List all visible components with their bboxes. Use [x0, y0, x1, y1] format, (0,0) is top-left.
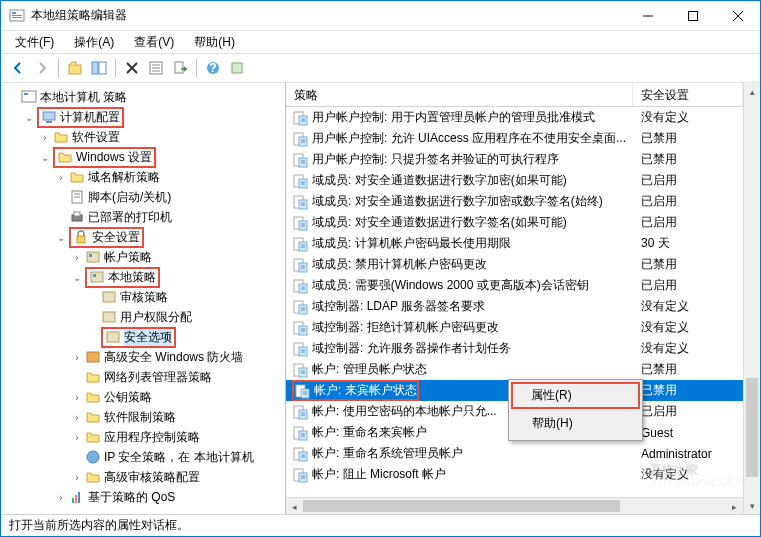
svg-rect-2 [12, 15, 22, 16]
ctx-help[interactable]: 帮助(H) [511, 409, 640, 438]
tree-network-list[interactable]: 网络列表管理器策略 [1, 367, 285, 387]
expand-icon[interactable]: › [69, 349, 85, 365]
list-row[interactable]: 域成员: 需要强(Windows 2000 或更高版本)会话密钥已启用 [286, 275, 743, 296]
list-row[interactable]: 用户帐户控制: 用于内置管理员帐户的管理员批准模式没有定义 [286, 107, 743, 128]
policy-name: 帐户: 来宾帐户状态 [314, 382, 417, 399]
list-row[interactable]: 帐户: 重命名系统管理员帐户Administrator [286, 443, 743, 464]
tree-ip-security[interactable]: IP 安全策略，在 本地计算机 [1, 447, 285, 467]
tree-security-settings[interactable]: ⌄ 安全设置 [1, 227, 285, 247]
policy-name: 域成员: 对安全通道数据进行数字加密或数字签名(始终) [312, 193, 603, 210]
help-button[interactable]: ? [202, 57, 224, 79]
scroll-up-button[interactable]: ▴ [744, 83, 760, 100]
policy-item-icon [294, 383, 310, 399]
tree-security-options[interactable]: 安全选项 [1, 327, 285, 347]
export-button[interactable] [169, 57, 191, 79]
svg-rect-41 [75, 495, 77, 503]
policy-setting: 已启用 [633, 193, 743, 210]
context-menu: 属性(R) 帮助(H) [508, 379, 643, 441]
scroll-down-button[interactable]: ▾ [744, 497, 760, 514]
svg-rect-36 [103, 312, 115, 322]
delete-button[interactable] [121, 57, 143, 79]
tree-local-policies[interactable]: ⌄ 本地策略 [1, 267, 285, 287]
expand-icon[interactable]: ⌄ [69, 269, 85, 285]
tree-root[interactable]: 本地计算机 策略 [1, 87, 285, 107]
policy-item-icon [292, 425, 308, 441]
tree-user-rights[interactable]: 用户权限分配 [1, 307, 285, 327]
tree-computer-config[interactable]: ⌄ 计算机配置 [1, 107, 285, 127]
tree-pane[interactable]: 本地计算机 策略 ⌄ 计算机配置 › 软件设置 ⌄ Windows 设置 › 域… [1, 83, 286, 514]
policy-name: 域控制器: 允许服务器操作者计划任务 [312, 340, 511, 357]
scrollbar-horizontal[interactable]: ◂ ▸ [286, 497, 743, 514]
tree-software-settings[interactable]: › 软件设置 [1, 127, 285, 147]
list-row[interactable]: 用户帐户控制: 只提升签名并验证的可执行程序已禁用 [286, 149, 743, 170]
expand-icon[interactable]: › [69, 409, 85, 425]
tree-deployed-printers[interactable]: 已部署的打印机 [1, 207, 285, 227]
folder-icon [85, 409, 101, 425]
menu-view[interactable]: 查看(V) [126, 32, 182, 53]
close-button[interactable] [715, 1, 760, 31]
col-setting[interactable]: 安全设置 [633, 83, 743, 106]
expand-icon[interactable]: › [69, 429, 85, 445]
tree-software-restriction[interactable]: › 软件限制策略 [1, 407, 285, 427]
tree-audit-policy[interactable]: 审核策略 [1, 287, 285, 307]
svg-rect-29 [74, 212, 80, 216]
filter-button[interactable] [226, 57, 248, 79]
expand-icon[interactable]: › [69, 389, 85, 405]
minimize-button[interactable] [625, 1, 670, 31]
svg-rect-8 [69, 65, 81, 74]
list-row[interactable]: 域控制器: 允许服务器操作者计划任务没有定义 [286, 338, 743, 359]
tree-dns-policy[interactable]: › 域名解析策略 [1, 167, 285, 187]
scroll-left-button[interactable]: ◂ [286, 498, 303, 514]
expand-icon[interactable]: › [37, 129, 53, 145]
ip-icon [85, 449, 101, 465]
tree-app-control[interactable]: › 应用程序控制策略 [1, 427, 285, 447]
list-row[interactable]: 域成员: 对安全通道数据进行数字签名(如果可能)已启用 [286, 212, 743, 233]
app-icon [9, 8, 25, 24]
svg-rect-32 [89, 254, 92, 257]
back-button[interactable] [7, 57, 29, 79]
properties-button[interactable] [145, 57, 167, 79]
show-hide-button[interactable] [88, 57, 110, 79]
tree-scripts[interactable]: 脚本(启动/关机) [1, 187, 285, 207]
svg-rect-42 [78, 492, 80, 503]
col-policy[interactable]: 策略 [286, 83, 633, 106]
list-row[interactable]: 域成员: 禁用计算机帐户密码更改已禁用 [286, 254, 743, 275]
list-row[interactable]: 域成员: 对安全通道数据进行数字加密或数字签名(始终)已启用 [286, 191, 743, 212]
tree-qos[interactable]: › 基于策略的 QoS [1, 487, 285, 507]
menu-action[interactable]: 操作(A) [66, 32, 122, 53]
list-row[interactable]: 帐户: 阻止 Microsoft 帐户没有定义 [286, 464, 743, 485]
list-row[interactable]: 域成员: 计算机帐户密码最长使用期限30 天 [286, 233, 743, 254]
policy-item-icon [292, 446, 308, 462]
svg-text:?: ? [209, 61, 216, 75]
expand-icon[interactable]: ⌄ [21, 109, 37, 125]
expand-icon[interactable]: › [53, 169, 69, 185]
list-row[interactable]: 域控制器: 拒绝计算机帐户密码更改没有定义 [286, 317, 743, 338]
expand-icon[interactable]: › [69, 469, 85, 485]
forward-button[interactable] [31, 57, 53, 79]
tree-account-policies[interactable]: › 帐户策略 [1, 247, 285, 267]
folder-icon [85, 429, 101, 445]
folder-icon [53, 129, 69, 145]
list-row[interactable]: 帐户: 管理员帐户状态已禁用 [286, 359, 743, 380]
tree-windows-settings[interactable]: ⌄ Windows 设置 [1, 147, 285, 167]
scrollbar-vertical[interactable]: ▴ ▾ [743, 83, 760, 514]
list-row[interactable]: 域成员: 对安全通道数据进行数字加密(如果可能)已启用 [286, 170, 743, 191]
menu-help[interactable]: 帮助(H) [186, 32, 243, 53]
maximize-button[interactable] [670, 1, 715, 31]
expand-icon[interactable]: ⌄ [37, 149, 53, 165]
up-button[interactable] [64, 57, 86, 79]
menu-file[interactable]: 文件(F) [7, 32, 62, 53]
expand-icon[interactable]: ⌄ [53, 229, 69, 245]
tree-advanced-audit[interactable]: › 高级审核策略配置 [1, 467, 285, 487]
list-row[interactable]: 用户帐户控制: 允许 UIAccess 应用程序在不使用安全桌面...已禁用 [286, 128, 743, 149]
ctx-properties[interactable]: 属性(R) [511, 382, 640, 409]
expand-icon[interactable]: › [53, 489, 69, 505]
tree-public-key[interactable]: › 公钥策略 [1, 387, 285, 407]
tree-firewall[interactable]: › 高级安全 Windows 防火墙 [1, 347, 285, 367]
list-row[interactable]: 域控制器: LDAP 服务器签名要求没有定义 [286, 296, 743, 317]
policy-setting: 已启用 [633, 172, 743, 189]
policy-item-icon [292, 467, 308, 483]
policy-name: 帐户: 使用空密码的本地帐户只允... [312, 403, 497, 420]
expand-icon[interactable]: › [69, 249, 85, 265]
scroll-right-button[interactable]: ▸ [726, 498, 743, 514]
